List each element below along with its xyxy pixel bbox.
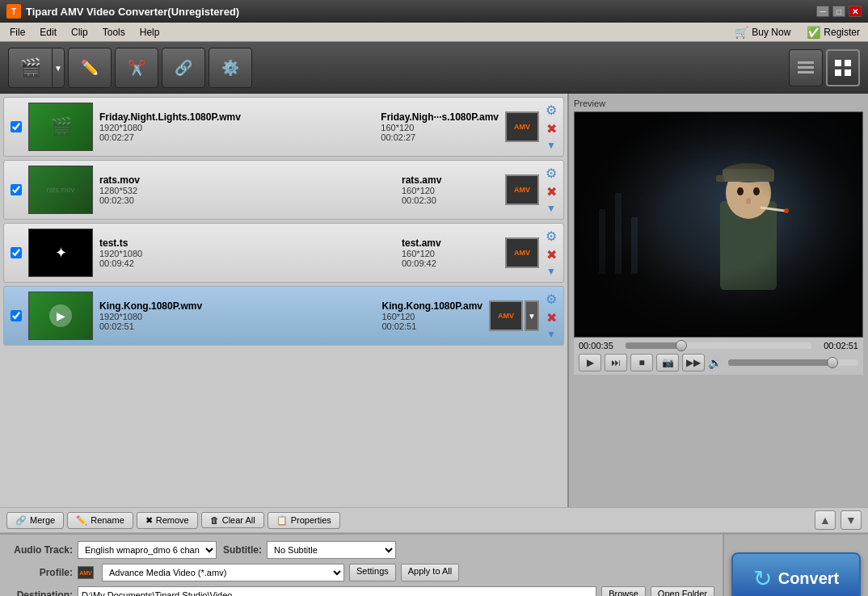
- seek-bar[interactable]: [626, 342, 811, 349]
- seek-thumb[interactable]: [676, 340, 687, 351]
- merge-button[interactable]: 🔗 Merge: [6, 512, 64, 529]
- register-button[interactable]: ✅ Register: [802, 24, 865, 40]
- file-item-2[interactable]: rats.mov rats.mov 1280*532 00:02:30 rats…: [3, 160, 564, 220]
- register-label: Register: [824, 27, 860, 38]
- svg-rect-6: [845, 69, 851, 76]
- file-thumbnail-2: rats.mov: [28, 166, 93, 214]
- clear-all-label: Clear All: [222, 515, 255, 525]
- clip-button[interactable]: ✂️: [115, 48, 158, 88]
- subtitle-select[interactable]: No Subtitle: [267, 541, 396, 559]
- grid-view-button[interactable]: [826, 49, 860, 86]
- profile-select[interactable]: Advance Media Video (*.amv): [102, 564, 344, 581]
- add-file-dropdown[interactable]: ▼: [52, 48, 65, 88]
- apply-to-all-button[interactable]: Apply to All: [401, 564, 459, 581]
- file-input-dur-3: 00:09:42: [99, 258, 395, 268]
- list-view-button[interactable]: [789, 49, 823, 86]
- file-settings-1[interactable]: ⚙: [546, 103, 557, 118]
- effects-button[interactable]: ▶▶: [682, 354, 705, 371]
- add-file-icon: 🎬: [19, 59, 41, 77]
- format-dropdown-4[interactable]: ▼: [525, 300, 539, 331]
- file-settings-3[interactable]: ⚙: [546, 229, 557, 244]
- move-down-button[interactable]: ▼: [841, 510, 862, 530]
- settings-button[interactable]: ⚙️: [209, 48, 252, 88]
- file-expand-4[interactable]: ▼: [546, 329, 556, 340]
- file-checkbox-1[interactable]: [11, 121, 22, 132]
- file-output-info-4: King.Kong.1080P.amv 160*120 00:02:51: [382, 300, 483, 331]
- format-badge-4[interactable]: AMV: [489, 300, 523, 331]
- control-bar: ▶ ⏭ ■ 📷 ▶▶ 🔊: [579, 354, 858, 371]
- volume-thumb[interactable]: [827, 357, 838, 368]
- settings-btn[interactable]: Settings: [349, 564, 396, 581]
- menu-tools[interactable]: Tools: [96, 25, 132, 40]
- browse-button[interactable]: Browse: [601, 586, 646, 596]
- remove-button[interactable]: ✖ Remove: [137, 512, 198, 529]
- convert-button[interactable]: ↻ Convert: [731, 552, 861, 596]
- register-icon: ✅: [807, 26, 820, 39]
- menu-file[interactable]: File: [3, 25, 32, 40]
- merge-button[interactable]: 🔗: [162, 48, 205, 88]
- audio-track-select[interactable]: English wmapro_dmo 6 chan: [78, 541, 217, 559]
- window-controls: ─ □ ✕: [816, 6, 862, 17]
- file-output-res-4: 160*120: [382, 312, 483, 321]
- open-folder-button[interactable]: Open Folder: [651, 586, 714, 596]
- file-input-name-2: rats.mov: [99, 174, 395, 186]
- file-item-4[interactable]: ▶ King.Kong.1080P.wmv 1920*1080 00:02:51…: [3, 286, 564, 346]
- file-remove-2[interactable]: ✖: [546, 184, 557, 199]
- play-button[interactable]: ▶: [579, 354, 601, 371]
- properties-button[interactable]: 📋 Properties: [268, 512, 340, 529]
- minimize-button[interactable]: ─: [816, 6, 829, 17]
- destination-input[interactable]: [78, 586, 596, 596]
- svg-rect-5: [835, 69, 841, 76]
- file-checkbox-4[interactable]: [11, 310, 22, 321]
- merge-label: Merge: [30, 515, 55, 525]
- file-expand-2[interactable]: ▼: [546, 203, 556, 214]
- menu-help[interactable]: Help: [133, 25, 166, 40]
- close-button[interactable]: ✕: [849, 6, 862, 17]
- file-output-res-1: 160*120: [381, 123, 499, 132]
- file-checkbox-2[interactable]: [11, 184, 22, 195]
- format-badge-1[interactable]: AMV: [505, 111, 539, 142]
- menu-clip[interactable]: Clip: [65, 25, 95, 40]
- file-input-res-1: 1920*1080: [99, 123, 374, 132]
- clear-all-button[interactable]: 🗑 Clear All: [201, 512, 264, 528]
- file-remove-1[interactable]: ✖: [546, 121, 557, 136]
- playback-bar: 00:00:35 00:02:51 ▶ ⏭ ■ 📷: [574, 338, 863, 375]
- snapshot-button[interactable]: 📷: [656, 354, 679, 371]
- svg-rect-0: [798, 61, 814, 64]
- file-input-dur-1: 00:02:27: [99, 132, 374, 142]
- volume-bar[interactable]: [728, 359, 858, 366]
- format-badge-2[interactable]: AMV: [505, 174, 539, 205]
- file-settings-4[interactable]: ⚙: [546, 292, 557, 307]
- file-output-dur-3: 00:09:42: [402, 258, 499, 268]
- buy-now-button[interactable]: 🛒 Buy Now: [730, 24, 795, 40]
- file-item-1[interactable]: 🎬 Friday.Night.Lights.1080P.wmv 1920*108…: [3, 97, 564, 157]
- bottom-toolbar: 🔗 Merge ✏️ Rename ✖ Remove 🗑 Clear All 📋…: [0, 507, 868, 533]
- profile-row: Profile: AMV Advance Media Video (*.amv)…: [8, 564, 714, 581]
- convert-label: Convert: [778, 569, 840, 588]
- rename-button[interactable]: ✏️ Rename: [67, 512, 133, 529]
- stop-button[interactable]: ■: [630, 354, 653, 371]
- up-icon: ▲: [820, 514, 831, 527]
- edit-button[interactable]: ✏️: [68, 48, 112, 88]
- file-expand-3[interactable]: ▼: [546, 266, 556, 277]
- file-input-name-3: test.ts: [99, 237, 395, 249]
- merge-icon: 🔗: [175, 61, 192, 75]
- add-file-button[interactable]: 🎬: [8, 48, 52, 88]
- file-remove-3[interactable]: ✖: [546, 247, 557, 262]
- step-forward-button[interactable]: ⏭: [605, 354, 627, 371]
- maximize-button[interactable]: □: [832, 6, 845, 17]
- menu-edit[interactable]: Edit: [33, 25, 63, 40]
- file-item-3[interactable]: ✦ test.ts 1920*1080 00:09:42 test.amv 16…: [3, 223, 564, 283]
- toolbar-left: 🎬 ▼ ✏️ ✂️ 🔗 ⚙️: [8, 48, 252, 88]
- volume-icon[interactable]: 🔊: [708, 356, 722, 369]
- file-expand-1[interactable]: ▼: [546, 140, 556, 151]
- file-settings-2[interactable]: ⚙: [546, 166, 557, 181]
- file-checkbox-3[interactable]: [11, 247, 22, 258]
- file-remove-4[interactable]: ✖: [546, 310, 557, 325]
- video-frame-svg: [575, 112, 863, 338]
- format-badge-3[interactable]: AMV: [505, 237, 539, 268]
- move-up-button[interactable]: ▲: [815, 510, 836, 530]
- file-input-res-4: 1920*1080: [99, 312, 376, 321]
- file-thumbnail-1: 🎬: [28, 103, 93, 151]
- step-forward-icon: ⏭: [611, 357, 621, 368]
